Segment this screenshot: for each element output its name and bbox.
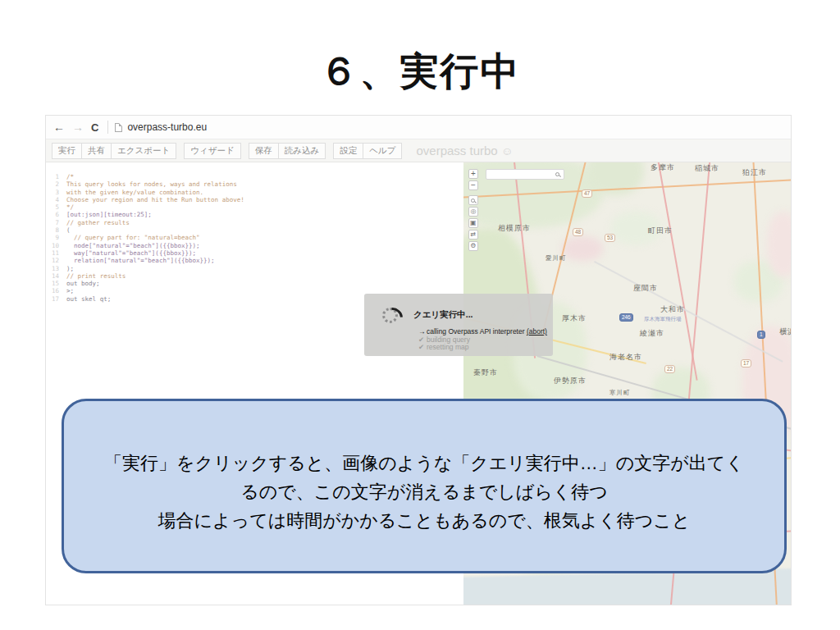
road-shield: 53 xyxy=(605,234,615,242)
menu-wizard-button[interactable]: ウィザード xyxy=(184,143,240,159)
line-number: 8 xyxy=(46,226,59,234)
map-road xyxy=(656,162,698,381)
map-place-label: 狛江市 xyxy=(742,167,767,178)
annotation-callout: 「実行」をクリックすると、画像のような「クエリ実行中…」の文字が出てくるので、こ… xyxy=(62,399,787,573)
logo-text: overpass turbo xyxy=(416,144,497,158)
code-text: This query looks for nodes, ways and rel… xyxy=(66,180,237,188)
code-text: ( xyxy=(66,226,71,234)
line-number: 10 xyxy=(46,242,59,249)
road-shield: 22 xyxy=(664,365,675,373)
map-terrain-patch xyxy=(767,212,791,277)
menu-load-button[interactable]: 読み込み xyxy=(278,143,326,159)
line-number: 9 xyxy=(46,234,59,241)
code-line: 12 relation["natural"="beach"]({{bbox}})… xyxy=(46,257,463,264)
share-view-button[interactable]: ⇄ xyxy=(468,230,478,240)
line-number: 17 xyxy=(46,295,59,303)
map-place-label: 厚木市 xyxy=(562,313,587,324)
export-image-button[interactable]: ▣ xyxy=(468,218,478,228)
code-text: // query part for: "natural=beach" xyxy=(66,234,200,241)
menu-run-button[interactable]: 実行 xyxy=(52,143,82,159)
overpass-turbo-logo: overpass turbo ☺ xyxy=(416,144,513,158)
line-number: 12 xyxy=(46,257,59,264)
callout-line: るので、この文字が消えるまでしばらく待つ xyxy=(64,477,784,506)
menu-save-button[interactable]: 保存 xyxy=(249,143,279,159)
code-text: node["natural"="beach"]({{bbox}}); xyxy=(66,242,200,249)
line-number: 7 xyxy=(46,219,59,226)
magnifier-button[interactable] xyxy=(468,195,478,205)
magnifier-icon xyxy=(471,199,475,203)
code-text: /* xyxy=(66,173,74,180)
map-place-label: 大和市 xyxy=(660,304,685,315)
road-shield: 1 xyxy=(757,331,765,339)
toolbar-divider xyxy=(107,121,108,134)
code-line: 5*/ xyxy=(46,203,463,211)
locate-button[interactable]: ◎ xyxy=(468,207,478,217)
map-place-label: 相模原市 xyxy=(498,223,531,234)
page-icon xyxy=(115,123,122,132)
slide-title: ６、実行中 xyxy=(0,46,840,98)
line-number: 5 xyxy=(46,203,59,211)
menu-settings-button[interactable]: 設定 xyxy=(333,143,363,159)
line-number: 1 xyxy=(46,173,59,180)
code-line: 3with the given key/value combination. xyxy=(46,189,463,196)
menu-export-button[interactable]: エクスポート xyxy=(111,143,176,159)
code-line: 1/* xyxy=(46,173,463,180)
search-icon xyxy=(555,172,559,176)
zoom-in-button[interactable]: + xyxy=(468,169,478,179)
url-field[interactable]: overpass-turbo.eu xyxy=(127,121,207,133)
slide: ６、実行中 ← → C overpass-turbo.eu 実行共有エクスポート… xyxy=(0,0,840,630)
code-text: // gather results xyxy=(66,219,130,226)
code-text: out skel qt; xyxy=(66,295,111,303)
dialog-title: クエリ実行中... xyxy=(413,309,473,321)
check-icon: ✔ xyxy=(418,344,427,352)
road-shield: 47 xyxy=(582,189,592,198)
code-text: [out:json][timeout:25]; xyxy=(66,211,152,218)
code-text: */ xyxy=(66,203,74,211)
road-shield: 17 xyxy=(741,359,751,368)
map-place-label: 綾瀬市 xyxy=(640,328,664,339)
code-line: 2This query looks for nodes, ways and re… xyxy=(46,180,463,188)
menu-help-button[interactable]: ヘルプ xyxy=(363,143,402,159)
map-place-label: 座間市 xyxy=(633,283,658,294)
browser-toolbar: ← → C overpass-turbo.eu xyxy=(46,116,791,139)
map-place-label: 多摩市 xyxy=(651,162,675,173)
line-number: 13 xyxy=(46,265,59,272)
map-place-label: 町田市 xyxy=(648,226,673,236)
menu-share-button[interactable]: 共有 xyxy=(81,143,112,159)
reload-icon[interactable]: C xyxy=(91,121,98,134)
code-line: 14// print results xyxy=(46,272,463,280)
road-shield: 48 xyxy=(573,228,583,236)
map-place-label: 稲城市 xyxy=(695,163,719,174)
menu-group: 保存読み込み xyxy=(249,143,326,159)
code-text: out body; xyxy=(66,280,100,287)
abort-link[interactable]: (abort) xyxy=(527,327,547,336)
map-place-label: 秦野市 xyxy=(473,368,498,378)
map-place-label: 愛川町 xyxy=(546,254,567,262)
code-line: 11 way["natural"="beach"]({{bbox}}); xyxy=(46,249,463,257)
dialog-status-line: ✔resetting map xyxy=(418,344,547,352)
menu-group: 設定ヘルプ xyxy=(333,143,402,159)
code-line: 8( xyxy=(46,226,463,234)
code-line: 6[out:json][timeout:25]; xyxy=(46,211,463,218)
line-number: 4 xyxy=(46,196,59,203)
map-place-label: 横浜市 xyxy=(779,326,791,337)
line-number: 2 xyxy=(46,180,59,188)
zoom-control: + − xyxy=(468,169,478,192)
map-settings-button[interactable]: ⚙ xyxy=(468,241,478,251)
line-number: 3 xyxy=(46,189,59,196)
forward-icon[interactable]: → xyxy=(72,121,84,134)
code-line: 10 node["natural"="beach"]({{bbox}}); xyxy=(46,242,463,249)
menu-bar: 実行共有エクスポートウィザード保存読み込み設定ヘルプ overpass turb… xyxy=(46,139,791,162)
code-text: Choose your region and hit the Run butto… xyxy=(66,196,244,203)
map-search-input[interactable] xyxy=(486,169,564,180)
line-number: 16 xyxy=(46,287,59,294)
code-line: 13); xyxy=(46,265,463,272)
zoom-out-button[interactable]: − xyxy=(468,180,478,190)
back-icon[interactable]: ← xyxy=(53,121,65,134)
code-text: with the given key/value combination. xyxy=(66,189,203,196)
query-progress-dialog: クエリ実行中... →calling Overpass API interpre… xyxy=(364,294,553,356)
map-place-label: 厚木海軍飛行場 xyxy=(644,316,682,323)
map-place-label: 寒川町 xyxy=(609,389,631,397)
map-place-label: 伊勢原市 xyxy=(554,376,587,386)
code-text: ); xyxy=(66,265,74,272)
